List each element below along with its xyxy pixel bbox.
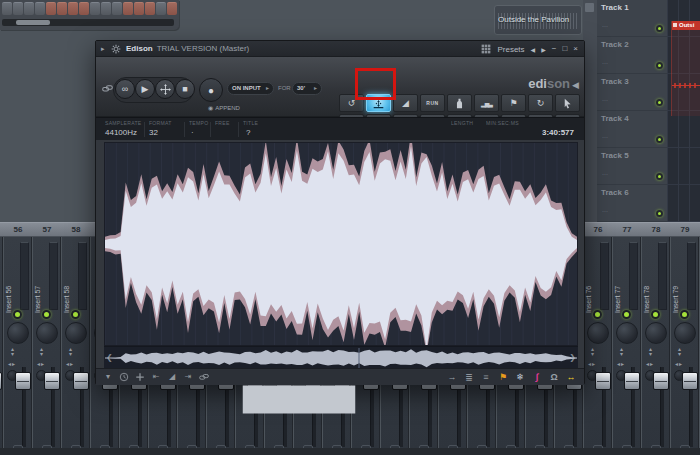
mute-led[interactable] [71, 310, 80, 319]
run-script-button[interactable]: RUN [420, 94, 445, 112]
step-button[interactable] [2, 2, 12, 15]
channel-knob[interactable] [7, 322, 29, 344]
track-enable-led[interactable] [656, 210, 663, 217]
playlist-track[interactable]: Track 2... [597, 37, 667, 74]
fader-handle[interactable] [682, 372, 698, 390]
fader-handle[interactable] [15, 372, 31, 390]
sequencer-scroll-handle[interactable] [16, 20, 50, 25]
mute-led[interactable] [680, 310, 689, 319]
fader-handle[interactable] [73, 372, 89, 390]
mute-led[interactable] [13, 310, 22, 319]
playlist-track[interactable]: Track 6... [597, 185, 667, 222]
mute-led[interactable] [622, 310, 631, 319]
freeze-button[interactable]: ❄ [515, 371, 525, 383]
playlist-track[interactable]: Track 3... [597, 74, 667, 111]
audio-clip-selected[interactable]: Outside the Pavilion [494, 5, 582, 35]
step-button[interactable] [156, 2, 166, 15]
step-button[interactable] [24, 2, 34, 15]
loop-mode-button[interactable]: ∞ [115, 79, 135, 99]
convolution-button[interactable]: ↻ [528, 94, 553, 112]
fader-handle[interactable] [653, 372, 669, 390]
record-mode-dropdown[interactable]: ON INPUT▸ [227, 82, 274, 95]
mixer-channel[interactable]: Insert 58▴▾◂▸ [62, 237, 90, 448]
snap-button[interactable] [119, 372, 129, 382]
playlist-track[interactable]: Track 1... [597, 0, 667, 37]
step-button[interactable] [13, 2, 23, 15]
mute-led[interactable] [651, 310, 660, 319]
add-marker-button[interactable]: ⚑ [501, 94, 526, 112]
mixer-channel[interactable]: Insert 56▴▾◂▸ [4, 237, 32, 448]
mixer-channel[interactable]: Insert 78▴▾◂▸ [642, 237, 670, 448]
track-enable-led[interactable] [656, 62, 663, 69]
step-button[interactable] [46, 2, 56, 15]
playlist-track[interactable]: Track 4... [597, 111, 667, 148]
mixer-channel[interactable]: Insert 57▴▾◂▸ [33, 237, 61, 448]
smooth-button[interactable]: ∫ [532, 371, 542, 383]
mixer-channel[interactable]: Insert 77▴▾◂▸ [613, 237, 641, 448]
mixer-channel[interactable]: Insert 79▴▾◂▸ [671, 237, 699, 448]
fader-handle[interactable] [624, 372, 640, 390]
minimize-icon[interactable]: − [552, 43, 557, 55]
channel-knob[interactable] [616, 322, 638, 344]
mixer-channel[interactable]: ▴▾◂▸ [0, 237, 3, 448]
duration-dropdown[interactable]: 30'▸ [292, 82, 322, 95]
paste-tool-button[interactable] [555, 94, 580, 112]
playlist-scroll-handle[interactable] [585, 3, 594, 12]
channel-knob[interactable] [674, 322, 696, 344]
presets-label[interactable]: Presets [497, 45, 524, 54]
eq-button[interactable]: ▂▅▃ [474, 94, 499, 112]
record-button[interactable]: ● [199, 78, 223, 102]
close-icon[interactable]: × [573, 43, 578, 55]
track-enable-led[interactable] [656, 136, 663, 143]
track-enable-led[interactable] [656, 173, 663, 180]
fade-in-button[interactable]: ◢ [393, 94, 418, 112]
fader-handle[interactable] [595, 372, 611, 390]
fader-handle[interactable] [0, 372, 2, 390]
marker-button[interactable]: ⚑ [498, 371, 508, 383]
step-button[interactable] [112, 2, 122, 15]
step-button[interactable] [134, 2, 144, 15]
channel-knob[interactable] [645, 322, 667, 344]
link-icon[interactable] [102, 83, 113, 94]
waveform-editor[interactable] [104, 142, 578, 346]
step-button[interactable] [90, 2, 100, 15]
stop-button[interactable]: ■ [175, 79, 195, 99]
scrub-button[interactable] [155, 79, 175, 99]
detach-grid-icon[interactable] [481, 44, 491, 54]
maximize-icon[interactable]: □ [562, 43, 567, 55]
mute-led[interactable] [593, 310, 602, 319]
next-marker-button[interactable]: ⇥ [183, 372, 193, 382]
step-button[interactable] [145, 2, 155, 15]
preset-next-icon[interactable]: ▶ [541, 46, 546, 53]
step-button[interactable] [68, 2, 78, 15]
step-button[interactable] [167, 2, 177, 15]
mute-led[interactable] [42, 310, 51, 319]
fader-handle[interactable] [44, 372, 60, 390]
playlist-track[interactable]: Track 5... [597, 148, 667, 185]
audio-clip-red[interactable]: Outsi [671, 21, 700, 116]
list-alt-button[interactable]: ≡ [481, 371, 491, 383]
append-option[interactable]: ◉APPEND [208, 104, 240, 111]
play-button[interactable]: ▶ [135, 79, 155, 99]
stretch-lr-button[interactable]: ↔ [566, 371, 576, 383]
link-button[interactable] [199, 372, 209, 382]
channel-knob[interactable] [587, 322, 609, 344]
step-button[interactable] [57, 2, 67, 15]
declip-button[interactable] [447, 94, 472, 112]
collapse-arrow-icon[interactable]: ▸ [101, 45, 105, 53]
channel-knob[interactable] [36, 322, 58, 344]
prev-marker-button[interactable]: ⇤ [151, 372, 161, 382]
mixer-channel[interactable]: Insert 76▴▾◂▸ [584, 237, 612, 448]
waveform-overview[interactable]: ❮ ❯ [104, 346, 578, 368]
preset-prev-icon[interactable]: ◀ [531, 46, 536, 53]
magnet-button[interactable]: Ω [549, 371, 559, 383]
channel-knob[interactable] [65, 322, 87, 344]
ramp-button[interactable]: ◢ [167, 372, 177, 382]
step-button[interactable] [101, 2, 111, 15]
step-button[interactable] [123, 2, 133, 15]
track-enable-led[interactable] [656, 25, 663, 32]
edison-titlebar[interactable]: ▸ EdisonTRIAL VERSION (Master) Presets ◀… [96, 41, 584, 57]
gear-icon[interactable] [111, 44, 121, 54]
track-enable-led[interactable] [656, 99, 663, 106]
options-menu[interactable]: ▾ [103, 372, 113, 382]
